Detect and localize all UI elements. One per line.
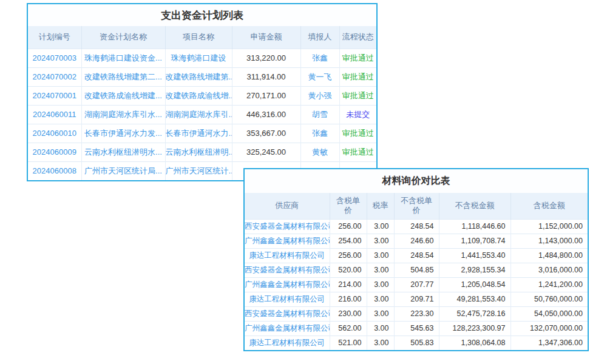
table-row: 西安盛器金属材料有限公司 256.00 3.00 248.54 1,118,44… [245, 219, 588, 234]
table-row: 康达工程材料有限公司 256.00 3.00 248.54 1,441,553.… [245, 248, 588, 263]
gross-amount-cell: 54,050,000.00 [510, 306, 588, 321]
gross-amount-cell: 1,484,800.00 [510, 248, 588, 263]
filler-cell: 张鑫 [300, 49, 339, 67]
net-amount-cell: 1,308,064.08 [439, 335, 510, 350]
gross-amount-cell: 3,016,000.00 [510, 263, 588, 277]
project-name-cell[interactable]: 改建铁路线增建第... [165, 67, 232, 86]
plan-id-cell[interactable]: 2024070001 [28, 86, 81, 105]
table-row: 2024060011 湖南洞庭湖水库引水... 湖南洞庭湖水库引... 446,… [28, 105, 376, 124]
tax-price-cell: 521.00 [330, 335, 367, 350]
tax-price-cell: 256.00 [330, 248, 367, 263]
plan-id-cell[interactable]: 2024060010 [28, 124, 81, 143]
net-price-cell: 223.30 [394, 306, 439, 321]
plan-name-cell[interactable]: 改建铁路线增建第二... [81, 67, 165, 86]
supplier-cell[interactable]: 广州鑫鑫金属材料有限公司 [245, 277, 330, 292]
plan-id-cell[interactable]: 2024070003 [28, 49, 81, 67]
net-amount-cell: 1,118,446.60 [439, 219, 510, 234]
table-row: 广州鑫鑫金属材料有限公司 254.00 3.00 246.60 1,109,70… [245, 234, 588, 248]
net-amount-cell: 49,281,553.40 [439, 292, 510, 306]
tax-price-cell: 256.00 [330, 219, 367, 234]
plan-name-cell[interactable]: 湖南洞庭湖水库引水... [81, 105, 165, 124]
quote-table-card: 材料询价对比表 供应商 含税单价 税率 不含税单价 不含税金额 含税金额 西安盛… [243, 168, 589, 351]
filler-cell: 黄一飞 [300, 67, 339, 86]
plan-id-cell[interactable]: 2024060009 [28, 143, 81, 161]
status-cell: 未提交 [339, 105, 376, 124]
table-row: 广州鑫鑫金属材料有限公司 562.00 3.00 545.63 128,223,… [245, 321, 588, 335]
plan-id-cell[interactable]: 2024060008 [28, 161, 81, 180]
filler-cell: 黄敏 [300, 143, 339, 161]
project-name-cell[interactable]: 云南水利枢纽潜明... [165, 143, 232, 161]
plan-name-cell[interactable]: 云南水利枢纽潜明水... [81, 143, 165, 161]
net-price-cell: 209.71 [394, 292, 439, 306]
project-name-cell[interactable]: 长春市伊通河水力... [165, 124, 232, 143]
net-price-cell: 248.54 [394, 219, 439, 234]
plan-table-header-row: 计划编号 资金计划名称 项目名称 申请金额 填报人 流程状态 [28, 26, 376, 49]
amount-cell: 311,914.00 [232, 67, 300, 86]
net-amount-cell: 1,441,553.40 [439, 248, 510, 263]
plan-id-cell[interactable]: 2024060011 [28, 105, 81, 124]
supplier-cell[interactable]: 西安盛器金属材料有限公司 [245, 306, 330, 321]
plan-name-cell[interactable]: 广州市天河区统计局... [81, 161, 165, 180]
net-price-cell: 207.77 [394, 277, 439, 292]
tax-price-cell: 214.00 [330, 277, 367, 292]
column-header-gross-amount: 含税金额 [510, 193, 588, 219]
supplier-cell[interactable]: 康达工程材料有限公司 [245, 248, 330, 263]
project-name-cell[interactable]: 湖南洞庭湖水库引... [165, 105, 232, 124]
tax-rate-cell: 3.00 [367, 248, 394, 263]
supplier-cell[interactable]: 广州鑫鑫金属材料有限公司 [245, 234, 330, 248]
status-cell: 审批通过 [339, 49, 376, 67]
tax-price-cell: 216.00 [330, 292, 367, 306]
tax-rate-cell: 3.00 [367, 234, 394, 248]
tax-price-cell: 520.00 [330, 263, 367, 277]
plan-table-card: 支出资金计划列表 计划编号 资金计划名称 项目名称 申请金额 填报人 流程状态 … [27, 3, 378, 181]
plan-table: 计划编号 资金计划名称 项目名称 申请金额 填报人 流程状态 202407000… [28, 26, 376, 180]
net-amount-cell: 2,928,155.34 [439, 263, 510, 277]
table-row: 2024070002 改建铁路线增建第二... 改建铁路线增建第... 311,… [28, 67, 376, 86]
column-header-amount: 申请金额 [232, 26, 300, 49]
net-amount-cell: 52,475,728.16 [439, 306, 510, 321]
tax-rate-cell: 3.00 [367, 335, 394, 350]
plan-id-cell[interactable]: 2024070002 [28, 67, 81, 86]
gross-amount-cell: 1,241,200.00 [510, 277, 588, 292]
supplier-cell[interactable]: 西安盛器金属材料有限公司 [245, 263, 330, 277]
filler-cell: 黄小强 [300, 86, 339, 105]
amount-cell: 270,171.00 [232, 86, 300, 105]
amount-cell: 446,316.00 [232, 105, 300, 124]
supplier-cell[interactable]: 康达工程材料有限公司 [245, 335, 330, 350]
gross-amount-cell: 1,143,000.00 [510, 234, 588, 248]
table-row: 2024060009 云南水利枢纽潜明水... 云南水利枢纽潜明... 325,… [28, 143, 376, 161]
tax-price-cell: 254.00 [330, 234, 367, 248]
table-row: 康达工程材料有限公司 521.00 3.00 505.83 1,308,064.… [245, 335, 588, 350]
tax-rate-cell: 3.00 [367, 321, 394, 335]
supplier-cell[interactable]: 西安盛器金属材料有限公司 [245, 219, 330, 234]
gross-amount-cell: 1,152,000.00 [510, 219, 588, 234]
net-price-cell: 505.83 [394, 335, 439, 350]
net-amount-cell: 128,223,300.97 [439, 321, 510, 335]
quote-table-title: 材料询价对比表 [245, 169, 588, 193]
column-header-tax-price: 含税单价 [330, 193, 367, 219]
column-header-project-name: 项目名称 [165, 26, 232, 49]
tax-price-cell: 230.00 [330, 306, 367, 321]
column-header-tax-rate: 税率 [367, 193, 394, 219]
gross-amount-cell: 1,347,306.00 [510, 335, 588, 350]
supplier-cell[interactable]: 广州鑫鑫金属材料有限公司 [245, 321, 330, 335]
status-cell: 审批通过 [339, 67, 376, 86]
plan-name-cell[interactable]: 长春市伊通河水力发... [81, 124, 165, 143]
project-name-cell[interactable]: 广州市天河区统计... [165, 161, 232, 180]
table-row: 2024060010 长春市伊通河水力发... 长春市伊通河水力... 353,… [28, 124, 376, 143]
supplier-cell[interactable]: 康达工程材料有限公司 [245, 292, 330, 306]
tax-rate-cell: 3.00 [367, 219, 394, 234]
gross-amount-cell: 50,760,000.00 [510, 292, 588, 306]
tax-rate-cell: 3.00 [367, 292, 394, 306]
project-name-cell[interactable]: 改建铁路成渝线增... [165, 86, 232, 105]
quote-table-header-row: 供应商 含税单价 税率 不含税单价 不含税金额 含税金额 [245, 193, 588, 219]
plan-name-cell[interactable]: 改建铁路成渝线增建... [81, 86, 165, 105]
plan-name-cell[interactable]: 珠海鹤港口建设资金... [81, 49, 165, 67]
net-price-cell: 545.63 [394, 321, 439, 335]
amount-cell: 353,667.00 [232, 124, 300, 143]
project-name-cell[interactable]: 珠海鹤港口建设 [165, 49, 232, 67]
status-cell: 审批通过 [339, 143, 376, 161]
column-header-net-amount: 不含税金额 [439, 193, 510, 219]
table-row: 广州鑫鑫金属材料有限公司 214.00 3.00 207.77 1,205,04… [245, 277, 588, 292]
gross-amount-cell: 132,070,000.00 [510, 321, 588, 335]
